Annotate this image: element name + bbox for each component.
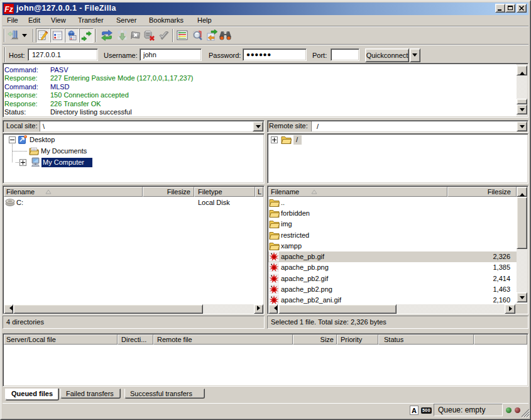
- svg-text:Fz: Fz: [4, 5, 13, 14]
